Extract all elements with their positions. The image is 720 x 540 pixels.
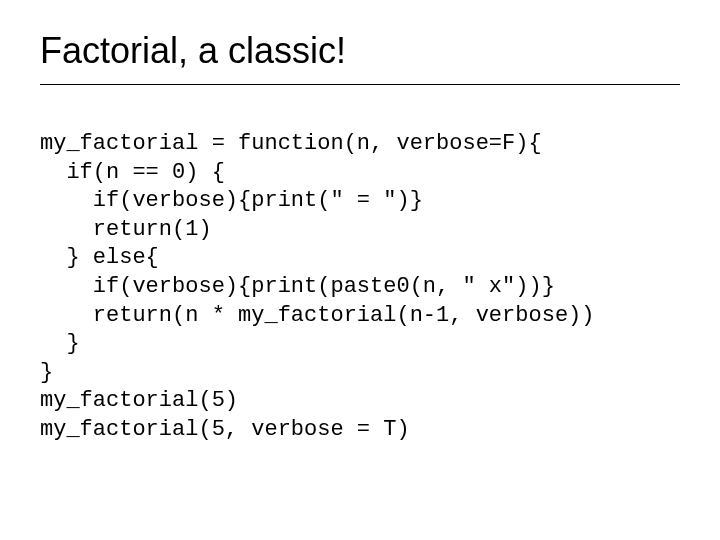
title-divider — [40, 84, 680, 85]
slide-title: Factorial, a classic! — [40, 30, 680, 72]
code-block: my_factorial = function(n, verbose=F){ i… — [40, 130, 680, 445]
